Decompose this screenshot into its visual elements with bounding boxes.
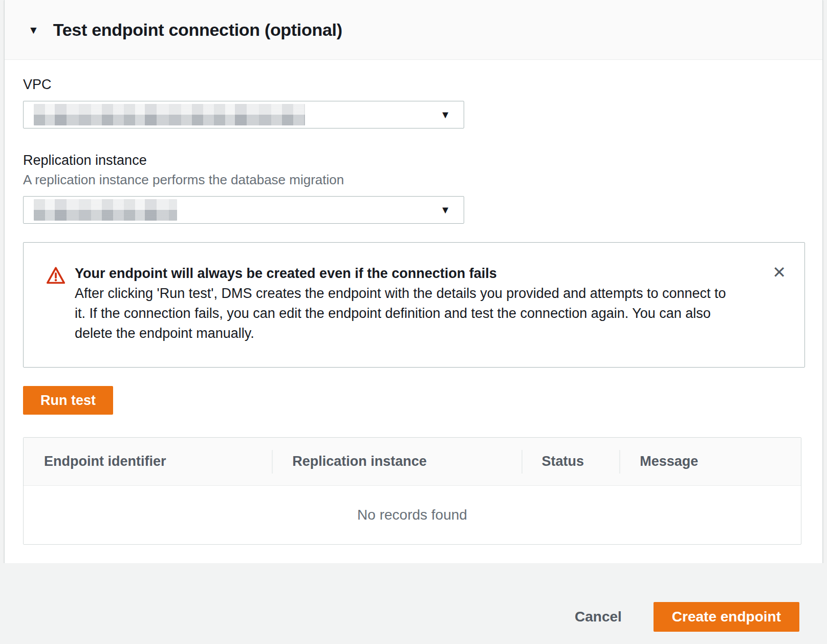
column-header-status: Status [521,454,620,469]
close-icon[interactable]: ✕ [772,264,786,281]
panel-body: VPC ▼ Replication instance A replication… [5,60,822,568]
replication-instance-label: Replication instance [23,152,805,168]
warning-triangle-icon [46,266,66,287]
column-header-replication-instance: Replication instance [272,454,521,469]
replication-instance-select[interactable]: ▼ [23,196,464,224]
table-body: No records found [24,486,801,544]
warning-content: Your endpoint will always be created eve… [75,263,740,344]
cancel-button[interactable]: Cancel [575,609,622,625]
replication-instance-description: A replication instance performs the data… [23,171,805,188]
table-header-row: Endpoint identifier Replication instance… [24,438,801,486]
table-empty-message: No records found [357,507,467,523]
create-endpoint-button[interactable]: Create endpoint [654,602,799,632]
vpc-redacted-value [34,104,305,125]
vpc-select[interactable]: ▼ [23,101,464,128]
test-results-table: Endpoint identifier Replication instance… [23,437,801,545]
warning-alert: Your endpoint will always be created eve… [23,242,805,368]
footer-actions: Cancel Create endpoint [0,563,827,644]
replication-instance-redacted-value [34,199,177,221]
collapse-triangle-icon[interactable]: ▼ [28,25,39,35]
run-test-button[interactable]: Run test [23,386,113,415]
test-endpoint-panel: ▼ Test endpoint connection (optional) VP… [4,0,823,569]
warning-title: Your endpoint will always be created eve… [75,263,740,284]
replication-instance-field: Replication instance A replication insta… [23,152,805,224]
vpc-field: VPC ▼ [23,76,805,128]
dropdown-caret-icon: ▼ [440,110,450,120]
panel-title: Test endpoint connection (optional) [53,20,342,40]
column-header-endpoint-identifier: Endpoint identifier [24,454,272,469]
dropdown-caret-icon: ▼ [440,205,450,215]
panel-header[interactable]: ▼ Test endpoint connection (optional) [5,0,822,60]
column-header-message: Message [619,454,801,469]
vpc-label: VPC [23,76,805,93]
warning-body: After clicking 'Run test', DMS creates t… [75,284,740,344]
